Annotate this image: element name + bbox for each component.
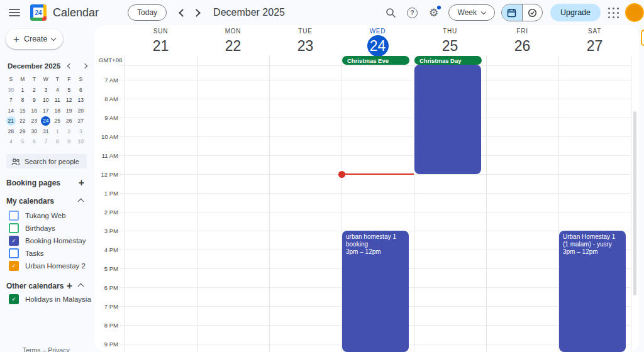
mini-cal-day[interactable]: 4 [52,85,64,96]
mini-cal-day[interactable]: 10 [40,95,52,106]
mini-cal-day[interactable]: 6 [28,136,40,147]
mini-cal-day[interactable]: 22 [17,116,29,126]
mini-cal-day[interactable]: 5 [64,85,75,96]
mini-cal-day[interactable]: 3 [75,126,87,137]
date-number[interactable]: 22 [197,35,269,57]
mini-cal-day[interactable]: 28 [5,126,17,137]
mini-cal-day[interactable]: 20 [75,106,87,116]
my-calendars-header[interactable]: My calendars [6,197,88,206]
unchecked-checkbox[interactable] [9,223,19,233]
calendar-list-item[interactable]: ✓Holidays in Malaysia [6,293,91,305]
day-header[interactable]: TUE23 [269,28,341,57]
mini-cal-next-icon[interactable] [80,62,89,70]
mini-cal-day[interactable]: 30 [5,85,17,96]
checked-checkbox[interactable]: ✓ [9,261,19,271]
calendar-list-item[interactable]: Tukang Web [6,209,86,222]
calendar-list-item[interactable]: Birthdays [6,222,86,234]
date-number[interactable]: 23 [269,35,341,57]
mini-cal-day[interactable]: 15 [17,106,29,116]
mini-cal-day[interactable]: 8 [17,95,29,106]
prev-week-button[interactable] [175,6,189,19]
mini-cal-day[interactable]: 25 [52,116,64,126]
mini-cal-day[interactable]: 13 [75,95,87,106]
search-for-people-field[interactable]: Search for people [6,154,87,168]
calendar-list-item[interactable]: Tasks [6,247,86,260]
mini-cal-day[interactable]: 2 [28,85,40,96]
mini-cal-day[interactable]: 16 [28,106,40,116]
hamburger-menu-icon[interactable] [9,9,20,16]
day-header[interactable]: WED24 [341,28,414,57]
mini-cal-day[interactable]: 18 [52,106,64,116]
calendar-list-item[interactable]: ✓Booking Homestay [6,234,86,247]
mini-cal-day[interactable]: 8 [52,136,64,147]
upgrade-button[interactable]: Upgrade [550,4,601,21]
add-booking-page-button[interactable]: + [79,177,84,189]
other-calendars-list: ✓Holidays in Malaysia [6,293,91,305]
mini-cal-day[interactable]: 6 [75,85,87,96]
terms-privacy-links[interactable]: Terms – Privacy [23,346,70,352]
google-apps-grid-icon[interactable] [608,8,619,18]
settings-gear-icon[interactable]: ⚙ [426,4,442,21]
mini-cal-day[interactable]: 19 [64,106,75,116]
date-number[interactable]: 26 [486,35,558,57]
mini-cal-day[interactable]: 9 [28,95,40,106]
mini-cal-day[interactable]: 1 [52,126,64,137]
calendar-view-segment[interactable] [502,4,522,21]
all-day-event-chip[interactable]: Christmas Eve [342,56,409,65]
hour-label: 9 AM [94,114,118,121]
add-other-calendar-button[interactable]: + [67,280,72,292]
next-week-button[interactable] [189,6,203,19]
tasks-view-segment[interactable] [523,4,543,21]
mini-cal-day[interactable]: 31 [40,126,52,137]
mini-cal-day[interactable]: 14 [5,106,17,116]
all-day-event-chip[interactable]: Christmas Day [414,56,482,65]
mini-cal-day[interactable]: 17 [40,106,52,116]
day-header[interactable]: THU25 [414,28,486,57]
checked-checkbox[interactable]: ✓ [9,294,19,304]
today-button[interactable]: Today [128,4,167,21]
grid-line [119,80,631,80]
mini-cal-day[interactable]: 5 [17,136,29,147]
day-header[interactable]: FRI26 [486,28,558,57]
mini-cal-day[interactable]: 7 [5,95,17,106]
mini-cal-day[interactable]: 26 [64,116,75,126]
event-block[interactable] [414,65,481,174]
help-icon[interactable]: ? [404,4,421,21]
mini-cal-day[interactable]: 7 [40,136,52,147]
other-calendars-header[interactable]: Other calendars + [6,280,88,292]
date-number[interactable]: 27 [558,35,631,57]
date-number[interactable]: 21 [125,35,197,57]
event-block[interactable]: Urban Homestay 1 (1 malam) - yusry3pm – … [559,231,626,352]
mini-cal-day[interactable]: 29 [17,126,29,137]
create-button[interactable]: + Create [6,29,63,49]
mini-cal-day[interactable]: 24 [40,116,52,126]
checked-checkbox[interactable]: ✓ [9,236,19,246]
mini-cal-day[interactable]: 23 [28,116,40,126]
vertical-scrollbar[interactable] [633,111,636,295]
day-header[interactable]: SAT27 [558,28,631,57]
mini-cal-day[interactable]: 27 [75,116,87,126]
date-number[interactable]: 25 [414,35,486,57]
avatar[interactable] [625,3,644,22]
mini-cal-day[interactable]: 3 [40,85,52,96]
mini-cal-day[interactable]: 2 [64,126,75,137]
unchecked-checkbox[interactable] [9,211,19,221]
date-number[interactable]: 24 [341,35,414,57]
view-selector-dropdown[interactable]: Week [448,4,495,21]
mini-cal-day[interactable]: 12 [64,95,75,106]
mini-cal-day[interactable]: 11 [52,95,64,106]
mini-cal-day[interactable]: 21 [5,116,17,126]
mini-cal-day[interactable]: 9 [64,136,75,147]
mini-cal-day[interactable]: 4 [5,136,17,147]
day-header[interactable]: SUN21 [125,28,197,57]
search-icon[interactable] [383,4,399,21]
mini-cal-prev-icon[interactable] [65,62,74,70]
day-header[interactable]: MON22 [197,28,269,57]
mini-cal-day[interactable]: 1 [17,85,29,96]
event-block[interactable]: urban homestay 1 booking3pm – 12pm [342,231,409,352]
calendar-logo-icon[interactable]: 24 [30,4,47,21]
unchecked-checkbox[interactable] [9,248,19,258]
calendar-list-item[interactable]: ✓Urban Homestay 2 [6,260,86,272]
mini-cal-day[interactable]: 30 [28,126,40,137]
mini-cal-day[interactable]: 10 [75,136,87,147]
